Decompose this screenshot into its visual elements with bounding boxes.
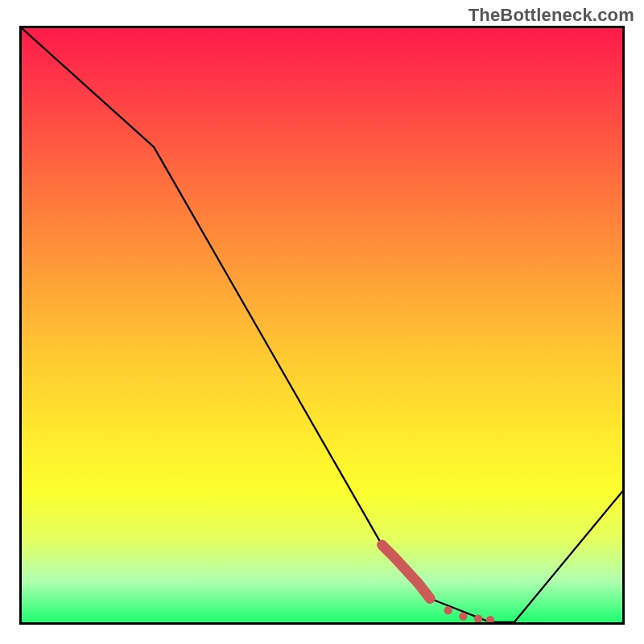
- bottleneck-curve: [22, 28, 622, 622]
- svg-point-6: [459, 612, 467, 620]
- line-layer: [22, 28, 622, 622]
- chart-container: TheBottleneck.com: [0, 0, 644, 644]
- svg-point-2: [401, 565, 411, 575]
- svg-point-5: [444, 606, 452, 614]
- plot-area: [19, 26, 625, 625]
- highlight-marks: [378, 540, 494, 622]
- svg-point-0: [378, 540, 387, 550]
- svg-point-4: [425, 594, 435, 604]
- watermark-text: TheBottleneck.com: [469, 5, 634, 26]
- svg-point-8: [486, 616, 494, 622]
- svg-point-3: [413, 578, 423, 588]
- svg-point-1: [390, 552, 399, 562]
